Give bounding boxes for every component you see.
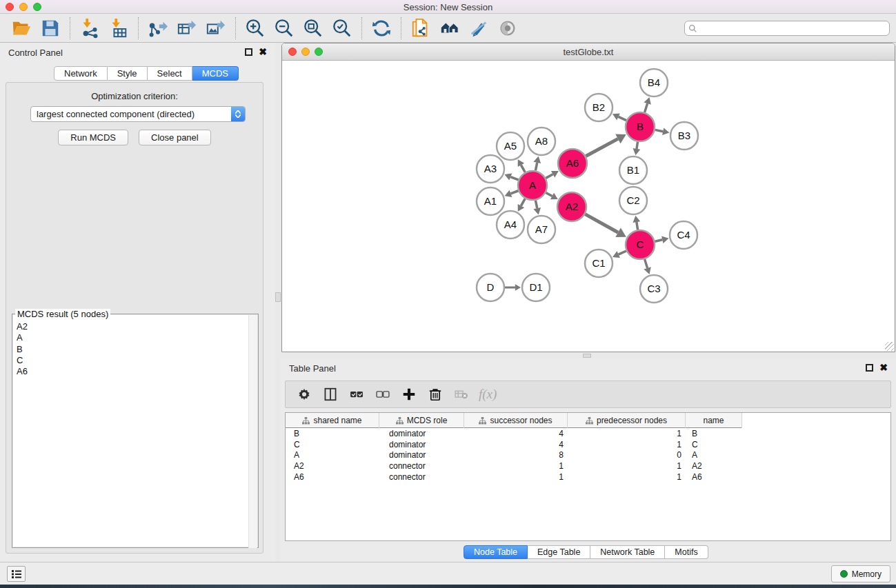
edge-A-A3[interactable] [510,177,518,180]
edge-arrowhead [662,128,669,135]
table-cell: A6 [286,472,379,482]
trash-icon [428,387,443,402]
tab-style[interactable]: Style [108,66,148,81]
open-session-button[interactable] [7,16,36,41]
edge-C-C1[interactable] [619,251,626,254]
table-tab-node-table[interactable]: Node Table [464,545,528,559]
network-graph[interactable]: B4B2BB3B1A5A8A3A6AA1A4A7A2C2CC4C1C3DD1 [282,61,895,352]
edge-C-C2[interactable] [637,222,638,230]
apply-layout-button[interactable] [367,16,396,41]
save-floppy-icon [40,18,61,39]
network-from-document-button[interactable] [406,16,435,41]
edge-arrowhead [533,156,541,163]
table-row[interactable]: Bdominator41B [286,428,742,439]
add-column-button[interactable] [397,383,421,405]
graphics-details-button[interactable] [493,16,522,41]
gear-icon [297,387,312,402]
optimization-dropdown[interactable]: largest connected component (directed) [30,106,246,122]
column-header-successor-nodes[interactable]: successor nodes [464,413,568,428]
delete-columns-button[interactable] [424,383,447,405]
export-image-button[interactable] [201,16,230,41]
splitter-thumb[interactable] [583,354,591,358]
column-settings-button[interactable] [292,383,316,405]
edge-C-C3[interactable] [645,259,648,268]
function-builder-button[interactable]: f(x) [476,387,497,402]
deselect-all-rows-button[interactable] [371,383,395,405]
edge-B-B4[interactable] [645,103,648,112]
close-table-panel-icon[interactable]: ✖ [879,363,888,373]
table-row[interactable]: Cdominator41C [286,439,742,450]
edge-A6-B[interactable] [586,139,618,156]
edge-A-A6[interactable] [546,174,552,179]
edge-B-B3[interactable] [655,130,664,131]
edge-B-B2[interactable] [618,116,626,120]
search-field[interactable] [684,21,890,36]
edge-A-A5[interactable] [521,165,525,172]
float-table-panel-icon[interactable] [866,364,873,372]
node-label-A7: A7 [535,223,548,235]
search-input[interactable] [697,23,886,33]
zoom-fit-icon [303,18,323,39]
edge-A-A8[interactable] [535,163,537,171]
tab-mcds[interactable]: MCDS [192,66,239,81]
task-history-button[interactable] [7,566,26,582]
column-header-MCDS-role[interactable]: MCDS role [379,413,464,428]
resize-grip[interactable] [885,342,894,351]
table-tab-edge-table[interactable]: Edge Table [528,545,590,559]
splitter-handle[interactable] [275,292,281,302]
select-all-rows-button[interactable] [345,383,368,405]
edge-arrowhead [633,148,641,155]
network-window-title: testGlobe.txt [282,47,895,57]
import-table-button[interactable] [104,16,133,41]
export-network-button[interactable] [143,16,172,41]
first-neighbors-button[interactable] [435,16,464,41]
hide-annotations-button[interactable] [464,16,493,41]
table-row[interactable]: A2connector11A2 [286,460,742,472]
network-canvas[interactable]: B4B2BB3B1A5A8A3A6AA1A4A7A2C2CC4C1C3DD1 [282,61,895,352]
table-tab-network-table[interactable]: Network Table [590,545,665,559]
node-label-A1: A1 [484,195,497,207]
zoom-in-button[interactable] [241,16,270,41]
close-panel-button[interactable]: Close panel [139,130,211,145]
delete-table-button[interactable] [450,383,473,405]
edge-arrowhead [533,207,541,214]
tab-select[interactable]: Select [148,66,192,81]
horizontal-splitter[interactable] [281,352,896,358]
table-cell: 1 [568,440,686,449]
edge-A2-C[interactable] [585,214,618,233]
column-header-shared-name[interactable]: shared name [286,413,379,428]
table-cell: dominator [379,440,464,449]
network-window-titlebar[interactable]: testGlobe.txt [282,43,895,61]
export-table-button[interactable] [172,16,201,41]
run-mcds-button[interactable]: Run MCDS [58,130,128,145]
table-row[interactable]: A6connector11A6 [286,472,742,483]
zoom-fit-button[interactable] [299,16,328,41]
table-tab-motifs[interactable]: Motifs [665,545,708,559]
columns-icon [323,387,338,402]
column-header-name[interactable]: name [686,413,742,428]
save-session-button[interactable] [36,16,65,41]
edge-A-A1[interactable] [510,191,518,194]
vertical-splitter[interactable] [275,43,281,562]
table-row[interactable]: Adominator80A [286,449,742,460]
node-table[interactable]: shared nameMCDS rolesuccessor nodesprede… [285,412,891,541]
export-table-icon [177,18,197,39]
edge-C-C4[interactable] [655,240,662,241]
task-list-icon [11,569,22,579]
column-selector-button[interactable] [319,383,342,405]
edge-A-A7[interactable] [535,201,537,209]
import-network-button[interactable] [75,16,104,41]
zoom-out-button[interactable] [270,16,299,41]
float-panel-icon[interactable] [245,48,252,56]
edge-B-B1[interactable] [637,142,638,149]
column-header-predecessor-nodes[interactable]: predecessor nodes [568,413,686,428]
result-item: A [17,332,28,343]
table-cell: 1 [464,472,568,482]
edge-A-A4[interactable] [521,199,525,205]
result-scrollbar[interactable] [248,315,257,548]
zoom-selected-button[interactable] [328,16,357,41]
close-panel-icon[interactable]: ✖ [259,47,267,57]
edge-A-A2[interactable] [546,193,552,196]
memory-button[interactable]: Memory [831,565,890,582]
tab-network[interactable]: Network [54,66,108,81]
